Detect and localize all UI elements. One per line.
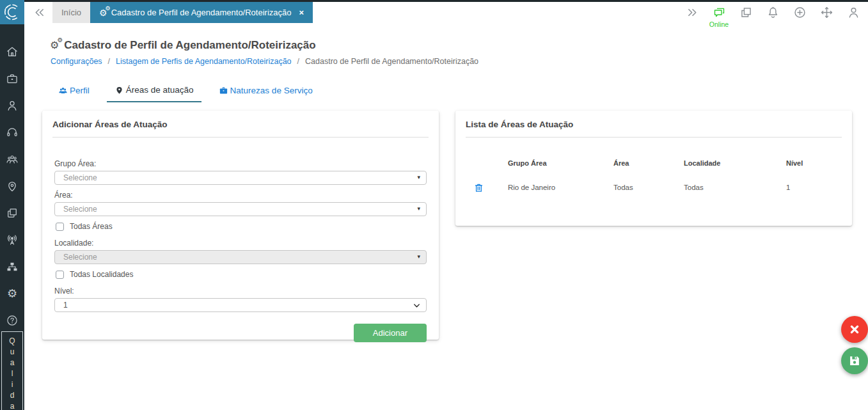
areas-table: Grupo Área Área Localidade Nível Rio de … — [455, 138, 852, 219]
sidebar-item-broadcast[interactable] — [0, 226, 24, 253]
home-icon — [6, 45, 19, 58]
todas-areas-label: Todas Áreas — [70, 222, 113, 231]
todas-localidades-row: Todas Localidades — [56, 270, 427, 279]
sidebar-item-sitemap[interactable] — [0, 253, 24, 280]
user-profile-button[interactable] — [845, 4, 862, 21]
sidebar-item-windows[interactable] — [0, 200, 24, 226]
caret-down-icon: ▾ — [417, 174, 420, 180]
breadcrumb-separator: / — [297, 57, 299, 66]
sidebar-item-user-group[interactable] — [0, 146, 24, 173]
trash-icon — [473, 182, 484, 194]
tab-close-icon[interactable]: × — [299, 8, 304, 17]
sidebar-item-home[interactable] — [0, 38, 24, 65]
breadcrumb: Configurações / Listagem de Perfis de Ag… — [51, 57, 868, 66]
page-title: Cadastro de Perfil de Agendamento/Roteir… — [64, 39, 315, 52]
grupo-area-select[interactable]: Selecione ▾ — [54, 171, 427, 185]
grupo-area-label: Grupo Área: — [54, 159, 427, 168]
chat-online-button[interactable]: Online — [711, 4, 727, 21]
page-cogs-icon: ⚙⚙ — [50, 40, 59, 51]
save-fab-button[interactable] — [841, 347, 868, 374]
copy-windows-button[interactable] — [738, 4, 754, 21]
col-nivel: Nível — [784, 155, 842, 171]
delete-row-button[interactable] — [466, 182, 505, 194]
adicionar-button[interactable]: Adicionar — [354, 324, 427, 342]
col-localidade: Localidade — [681, 155, 784, 171]
logo-c-icon — [3, 3, 22, 22]
add-button[interactable] — [791, 4, 808, 21]
chevron-down-icon — [413, 301, 421, 310]
broadcast-icon — [6, 233, 19, 246]
cancel-fab-button[interactable] — [841, 316, 868, 343]
bell-icon — [766, 6, 780, 19]
quality-side-panel-tab[interactable]: Qualidad — [1, 331, 23, 410]
plus-circle-icon — [793, 6, 807, 19]
app-logo[interactable] — [0, 0, 24, 24]
cell-localidade: Todas — [681, 175, 784, 200]
page-header: ⚙⚙ Cadastro de Perfil de Agendamento/Rot… — [50, 39, 868, 52]
breadcrumb-listagem[interactable]: Listagem de Perfis de Agendamento/Roteir… — [116, 57, 291, 66]
app-window: ⚙ Qualidad Início ⚙⚙ Cadastro de Perfil … — [0, 0, 868, 410]
tab-areas-label: Áreas de atuação — [126, 85, 194, 95]
topbar-actions: Online — [684, 2, 868, 23]
help-icon — [6, 314, 19, 327]
briefcase-icon — [219, 86, 228, 95]
sidebar-item-map-marker[interactable] — [0, 173, 24, 200]
sidebar-item-headset[interactable] — [0, 119, 24, 146]
gear-icon: ⚙ — [7, 288, 17, 299]
todas-localidades-checkbox[interactable] — [56, 271, 64, 279]
breadcrumb-configuracoes[interactable]: Configurações — [51, 57, 102, 66]
sidebar: ⚙ Qualidad — [0, 0, 24, 410]
todas-areas-checkbox[interactable] — [56, 223, 64, 231]
tab-areas-de-atuacao[interactable]: Áreas de atuação — [107, 83, 201, 102]
move-button[interactable] — [818, 4, 835, 21]
notifications-button[interactable] — [764, 4, 781, 21]
col-grupo-area: Grupo Área — [505, 155, 611, 171]
save-icon — [848, 354, 862, 368]
headset-icon — [6, 126, 19, 139]
collapse-tabs-button[interactable] — [33, 6, 46, 19]
tab-naturezas-de-servico[interactable]: Naturezas de Serviço — [211, 83, 320, 102]
windows-icon — [6, 207, 19, 219]
user-icon — [6, 99, 19, 112]
sidebar-item-user[interactable] — [0, 92, 24, 119]
cell-grupo-area: Rio de Janeiro — [505, 175, 611, 200]
tab-cadastro-label: Cadastro de Perfil de Agendamento/Roteir… — [111, 8, 292, 17]
briefcase-icon — [6, 72, 19, 85]
localidade-label: Localidade: — [54, 239, 427, 248]
topbar: Início ⚙⚙ Cadastro de Perfil de Agendame… — [24, 0, 868, 23]
view-tabs: Perfil Áreas de atuação Naturezas de Ser… — [51, 83, 868, 102]
area-value: Selecione — [63, 205, 97, 214]
tab-inicio[interactable]: Início — [52, 2, 90, 23]
user-group-icon — [6, 153, 19, 166]
breadcrumb-separator: / — [108, 57, 110, 66]
main-content: ⚙⚙ Cadastro de Perfil de Agendamento/Rot… — [24, 25, 868, 410]
add-areas-title: Adicionar Áreas de Atuação — [42, 111, 439, 137]
tab-inicio-label: Início — [61, 8, 81, 17]
sidebar-item-settings[interactable]: ⚙ — [0, 280, 24, 307]
cell-nivel: 1 — [784, 175, 842, 200]
areas-table-header: Grupo Área Área Localidade Nível — [466, 155, 842, 171]
col-actions — [466, 159, 505, 167]
grupo-area-value: Selecione — [63, 173, 97, 182]
localidade-select[interactable]: Selecione ▾ — [54, 250, 427, 264]
tab-cadastro-perfil[interactable]: ⚙⚙ Cadastro de Perfil de Agendamento/Rot… — [90, 2, 313, 23]
sidebar-item-briefcase[interactable] — [0, 65, 24, 92]
col-area: Área — [611, 155, 681, 171]
fast-forward-button[interactable] — [684, 4, 700, 21]
table-row: Rio de Janeiro Todas Todas 1 — [466, 175, 842, 200]
nivel-value: 1 — [63, 301, 68, 310]
todas-localidades-label: Todas Localidades — [70, 270, 133, 279]
sitemap-icon — [6, 260, 19, 273]
cards-row: Adicionar Áreas de Atuação Grupo Área: S… — [42, 111, 868, 340]
nivel-select[interactable]: 1 — [54, 298, 427, 312]
localidade-value: Selecione — [63, 253, 97, 262]
area-label: Área: — [54, 191, 427, 200]
sidebar-nav: ⚙ — [0, 24, 24, 334]
sidebar-item-help[interactable] — [0, 307, 24, 334]
double-chevron-right-icon — [686, 6, 699, 19]
area-select[interactable]: Selecione ▾ — [54, 202, 427, 216]
caret-down-icon: ▾ — [417, 205, 420, 212]
quality-vertical-label: Qualidad — [8, 336, 16, 410]
tab-perfil[interactable]: Perfil — [51, 83, 97, 102]
caret-down-icon: ▾ — [417, 253, 420, 260]
